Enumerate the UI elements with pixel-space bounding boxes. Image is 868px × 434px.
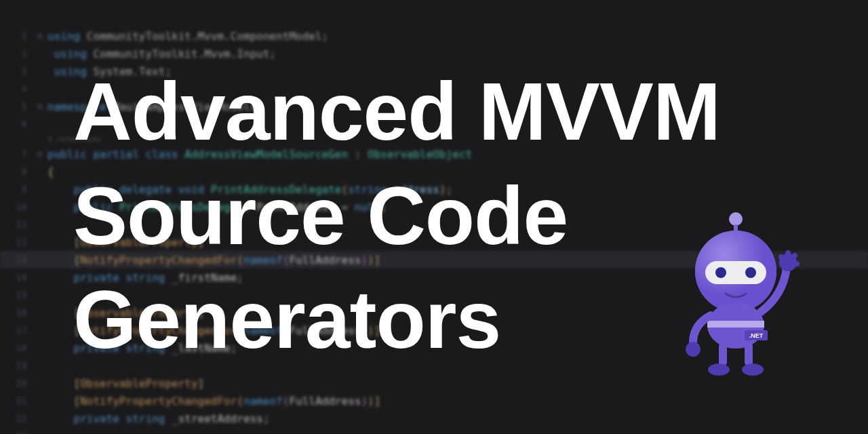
code-line: 1⊟using CommunityToolkit.Mvvm.ComponentM… bbox=[0, 27, 868, 45]
line-number: 8 bbox=[0, 166, 33, 177]
line-number: 23 bbox=[0, 431, 33, 434]
svg-point-13 bbox=[785, 250, 791, 256]
line-number: 5 bbox=[0, 101, 33, 112]
line-number: 17 bbox=[0, 325, 33, 336]
svg-point-19 bbox=[742, 363, 764, 376]
line-number: 12 bbox=[0, 237, 33, 248]
line-number: 7 bbox=[0, 149, 33, 159]
svg-point-6 bbox=[745, 267, 756, 278]
svg-point-12 bbox=[778, 254, 784, 260]
line-number: 18 bbox=[0, 342, 33, 353]
line-number: 10 bbox=[0, 201, 33, 212]
headline-line-1: Advanced MVVM bbox=[73, 60, 827, 164]
line-number: 22 bbox=[0, 413, 33, 424]
dotnet-bot-mascot: .NET bbox=[665, 207, 807, 383]
line-number: 19 bbox=[0, 360, 33, 371]
svg-rect-17 bbox=[745, 342, 753, 366]
line-number: 11 bbox=[0, 219, 33, 230]
svg-point-18 bbox=[708, 363, 730, 376]
code-content: using CommunityToolkit.Mvvm.ComponentMod… bbox=[47, 30, 868, 43]
code-content: private string _streetAddress; bbox=[47, 412, 868, 425]
code-content: [NotifyPropertyChangedFor(nameof(FullAdd… bbox=[47, 395, 868, 408]
svg-point-15 bbox=[794, 261, 800, 267]
svg-point-14 bbox=[792, 253, 797, 258]
code-content: using CommunityToolkit.Mvvm.Input; bbox=[47, 47, 868, 60]
line-number: 20 bbox=[0, 378, 33, 389]
svg-rect-8 bbox=[707, 321, 764, 328]
svg-point-0 bbox=[729, 212, 743, 226]
line-number: 4 bbox=[0, 83, 33, 94]
svg-rect-4 bbox=[705, 261, 766, 284]
line-number: 2 bbox=[0, 48, 33, 59]
fold-gutter: ⊟ bbox=[33, 31, 47, 41]
svg-point-5 bbox=[715, 267, 726, 278]
line-number: 6 bbox=[0, 119, 33, 130]
code-line: 22 private string _streetAddress; bbox=[0, 410, 868, 427]
code-line: 23 bbox=[0, 427, 868, 434]
fold-gutter: ⊟ bbox=[33, 102, 47, 112]
line-number: 14 bbox=[0, 272, 33, 283]
line-number: 21 bbox=[0, 395, 33, 406]
code-line: 21 [NotifyPropertyChangedFor(nameof(Full… bbox=[0, 392, 868, 410]
fold-gutter: ⊟ bbox=[33, 149, 47, 159]
line-number: 13 bbox=[0, 254, 33, 265]
line-number: 1 bbox=[0, 31, 33, 41]
svg-point-10 bbox=[686, 342, 701, 357]
line-number: 9 bbox=[0, 184, 33, 195]
svg-rect-16 bbox=[719, 342, 727, 366]
dotnet-badge-label: .NET bbox=[749, 332, 764, 339]
line-number: 16 bbox=[0, 307, 33, 318]
line-number: 15 bbox=[0, 290, 33, 300]
line-number: 3 bbox=[0, 66, 33, 77]
